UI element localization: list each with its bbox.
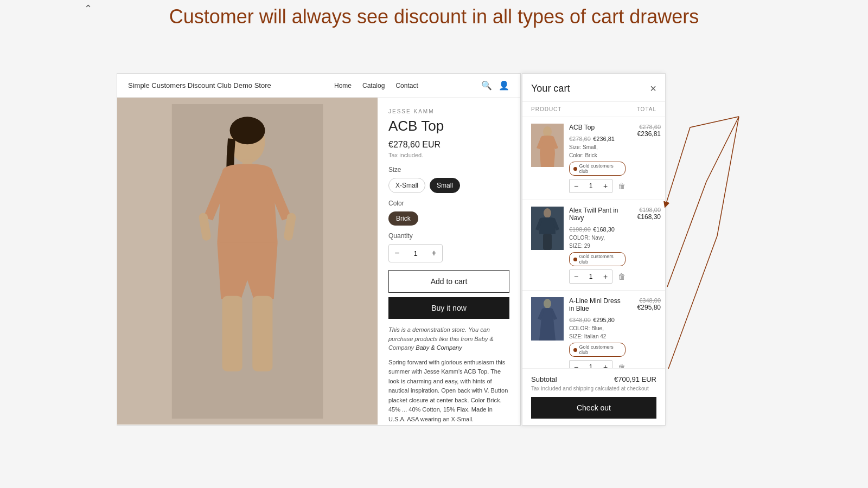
store-nav: Home Catalog Contact <box>334 82 418 89</box>
nav-catalog[interactable]: Catalog <box>362 82 385 89</box>
quantity-value: 1 <box>405 249 426 258</box>
club-badge-dot-3 <box>573 348 577 352</box>
cart-item-orig-1: €278,60 <box>569 136 591 142</box>
product-page: JESSE KAMM ACB Top €278,60 EUR Tax inclu… <box>117 98 520 425</box>
product-figure <box>166 104 329 419</box>
cart-item-meta-1: Size: Small, Color: Brick <box>569 143 626 159</box>
cart-item: ACB Top €278,60 €236,81 Size: Small, Col… <box>522 117 665 200</box>
store-nav-icons: 🔍 👤 <box>481 80 509 91</box>
cart-item-price-2: €198,00 €168,30 <box>631 207 661 221</box>
product-price: €278,60 EUR <box>388 140 509 150</box>
item-total-disc-3: €295,80 <box>631 304 661 311</box>
buy-now-button[interactable]: Buy it now <box>388 297 509 319</box>
cart-item-disc-3: €295,80 <box>593 317 615 323</box>
quantity-row: − 1 + <box>388 244 443 262</box>
add-to-cart-button[interactable]: Add to cart <box>388 270 509 293</box>
subtotal-value: €700,91 EUR <box>614 375 656 383</box>
qty-row-3: − 1 + 🗑 <box>569 360 626 368</box>
cart-col-headers: PRODUCT TOTAL <box>522 102 665 117</box>
store-header: Simple Customers Discount Club Demo Stor… <box>117 74 520 98</box>
cart-drawer: Your cart × PRODUCT TOTAL ACB Top <box>522 73 666 426</box>
item-total-disc-1: €236,81 <box>631 130 661 138</box>
col-product: PRODUCT <box>531 106 561 112</box>
tax-note: Tax included and shipping calculated at … <box>531 386 656 391</box>
subtotal-row: Subtotal €700,91 EUR <box>531 375 656 383</box>
qty-delete-2[interactable]: 🗑 <box>618 272 626 281</box>
cart-close-button[interactable]: × <box>650 82 656 95</box>
qty-increase-1[interactable]: + <box>599 179 612 192</box>
qty-decrease-1[interactable]: − <box>570 179 583 192</box>
quantity-increase[interactable]: + <box>426 245 442 262</box>
qty-controls-3: − 1 + <box>569 360 612 368</box>
qty-val-2: 1 <box>583 273 599 280</box>
svg-rect-4 <box>222 296 242 371</box>
cart-item-name-2: Alex Twill Pant in Navy <box>569 207 626 222</box>
product-image <box>117 98 378 425</box>
cart-items: ACB Top €278,60 €236,81 Size: Small, Col… <box>522 117 665 368</box>
qty-decrease-2[interactable]: − <box>570 270 583 283</box>
size-small[interactable]: Small <box>430 178 460 193</box>
account-icon[interactable]: 👤 <box>499 80 509 91</box>
qty-delete-1[interactable]: 🗑 <box>618 182 626 190</box>
baby-company-link[interactable]: Baby & Company <box>416 344 462 351</box>
qty-controls-2: − 1 + <box>569 269 612 284</box>
size-xsmall[interactable]: X-Small <box>388 178 425 193</box>
cart-title: Your cart <box>531 83 570 94</box>
subtotal-label: Subtotal <box>531 375 557 383</box>
qty-increase-2[interactable]: + <box>599 270 612 283</box>
club-badge-2: Gold customers club <box>569 252 626 266</box>
qty-increase-3[interactable]: + <box>599 361 612 368</box>
item-total-orig-3: €348,00 <box>631 297 661 304</box>
cart-item-meta-2: COLOR: Navy, SIZE: 29 <box>569 234 626 250</box>
cart-item-disc-2: €168,30 <box>593 226 615 233</box>
color-label: Color <box>388 200 509 207</box>
product-description: Spring forward with glorious enthusiasm … <box>388 358 509 425</box>
qty-controls-1: − 1 + <box>569 179 612 193</box>
cart-item-name-3: A-Line Mini Dress in Blue <box>569 297 626 312</box>
club-badge-dot-1 <box>573 167 577 171</box>
qty-val-3: 1 <box>583 363 599 368</box>
cart-item: A-Line Mini Dress in Blue €348,00 €295,8… <box>522 291 665 368</box>
cart-item-info-2: Alex Twill Pant in Navy €198,00 €168,30 … <box>569 207 626 284</box>
club-badge-3: Gold customers club <box>569 343 626 357</box>
cart-header: Your cart × <box>522 74 665 102</box>
svg-rect-10 <box>543 234 552 250</box>
svg-rect-5 <box>252 296 272 371</box>
cart-item-image-3 <box>531 297 564 341</box>
quantity-decrease[interactable]: − <box>389 245 405 262</box>
cart-item-name-1: ACB Top <box>569 124 626 131</box>
cart-item-image-2 <box>531 207 564 250</box>
store-window: Simple Customers Discount Club Demo Stor… <box>117 73 521 426</box>
cart-item-image-1 <box>531 124 564 167</box>
cart-footer: Subtotal €700,91 EUR Tax included and sh… <box>522 368 665 425</box>
quantity-label: Quantity <box>388 232 509 240</box>
item-total-orig-2: €198,00 <box>631 207 661 213</box>
size-label: Size <box>388 166 509 174</box>
club-badge-dot-2 <box>573 258 577 261</box>
color-brick[interactable]: Brick <box>388 211 418 226</box>
svg-point-9 <box>544 208 551 218</box>
product-brand: JESSE KAMM <box>388 108 509 114</box>
qty-row-2: − 1 + 🗑 <box>569 269 626 284</box>
item-total-disc-2: €168,30 <box>631 213 661 221</box>
cart-item-price-1: €278,60 €236,81 <box>631 124 661 138</box>
cart-item-disc-1: €236,81 <box>593 136 615 142</box>
cart-item: Alex Twill Pant in Navy €198,00 €168,30 … <box>522 200 665 291</box>
cart-item-orig-3: €348,00 <box>569 317 591 323</box>
product-title: ACB Top <box>388 118 509 134</box>
cart-item-orig-2: €198,00 <box>569 226 591 233</box>
search-icon[interactable]: 🔍 <box>481 80 492 91</box>
col-total: TOTAL <box>637 106 656 112</box>
size-buttons: X-Small Small <box>388 178 509 193</box>
nav-home[interactable]: Home <box>334 82 352 89</box>
qty-decrease-3[interactable]: − <box>570 361 583 368</box>
cart-item-meta-3: COLOR: Blue, SIZE: Italian 42 <box>569 324 626 341</box>
checkout-button[interactable]: Check out <box>531 397 656 419</box>
store-logo: Simple Customers Discount Club Demo Stor… <box>128 81 271 89</box>
cart-item-price-3: €348,00 €295,80 <box>631 297 661 311</box>
svg-point-12 <box>544 299 551 309</box>
nav-contact[interactable]: Contact <box>395 82 418 89</box>
club-badge-1: Gold customers club <box>569 162 626 176</box>
qty-delete-3[interactable]: 🗑 <box>618 363 626 368</box>
color-buttons: Brick <box>388 211 509 226</box>
